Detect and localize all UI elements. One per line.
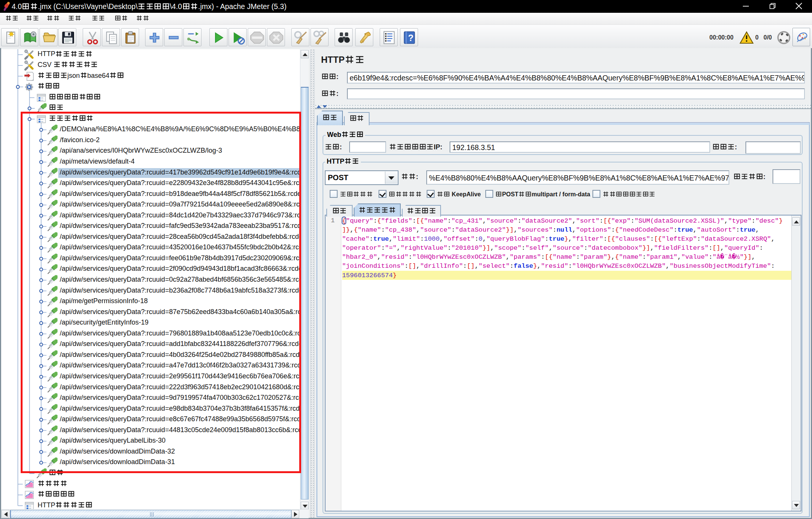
svg-text:?: ?: [408, 33, 414, 43]
